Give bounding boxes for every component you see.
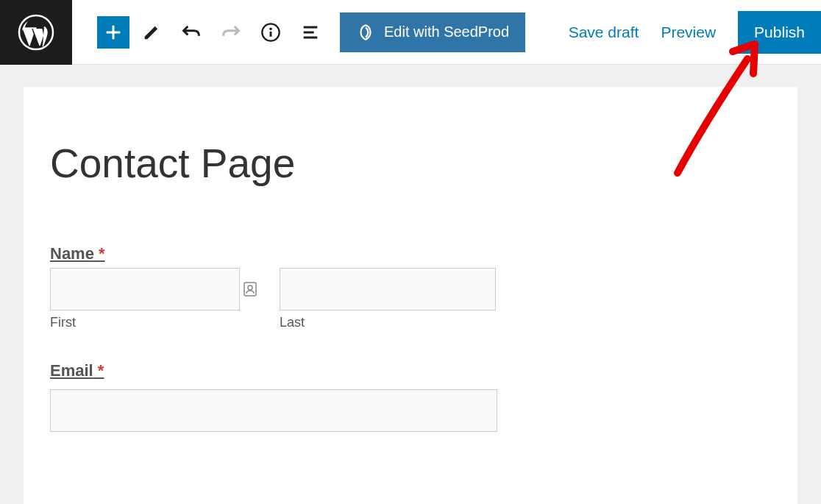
plus-icon: [103, 22, 124, 43]
preview-button[interactable]: Preview: [661, 24, 716, 41]
last-name-input[interactable]: [280, 268, 496, 310]
page-title[interactable]: Contact Page: [50, 140, 771, 187]
redo-button[interactable]: [213, 15, 249, 50]
info-icon: [260, 22, 281, 43]
name-field-label: Name *: [50, 244, 771, 263]
edit-seedprod-button[interactable]: Edit with SeedProd: [340, 13, 525, 52]
seedprod-label: Edit with SeedProd: [384, 24, 509, 40]
undo-button[interactable]: [174, 15, 209, 50]
undo-icon: [181, 22, 202, 43]
last-sublabel: Last: [280, 315, 496, 330]
editor-canvas-wrap: Contact Page Name * First L: [0, 65, 821, 504]
contact-card-icon: [241, 280, 259, 298]
svg-rect-3: [244, 283, 256, 296]
publish-label: Publish: [754, 24, 805, 41]
pencil-icon: [141, 22, 162, 43]
email-field-label: Email *: [50, 361, 771, 380]
edit-mode-button[interactable]: [134, 15, 169, 50]
publish-button[interactable]: Publish: [738, 11, 821, 54]
list-view-icon: [300, 22, 321, 43]
save-draft-button[interactable]: Save draft: [569, 24, 639, 41]
add-block-button[interactable]: [97, 16, 129, 49]
first-name-input[interactable]: [50, 268, 240, 310]
editor-canvas[interactable]: Contact Page Name * First L: [24, 87, 797, 504]
wordpress-logo[interactable]: [0, 0, 72, 65]
name-row: First Last: [50, 268, 771, 330]
email-input[interactable]: [50, 389, 497, 432]
redo-icon: [221, 22, 241, 43]
wordpress-icon: [18, 14, 54, 51]
svg-point-4: [248, 285, 252, 290]
svg-point-2: [269, 27, 272, 30]
seedprod-icon: [356, 23, 375, 42]
info-button[interactable]: [253, 15, 288, 50]
outline-button[interactable]: [293, 15, 328, 50]
first-sublabel: First: [50, 315, 266, 330]
